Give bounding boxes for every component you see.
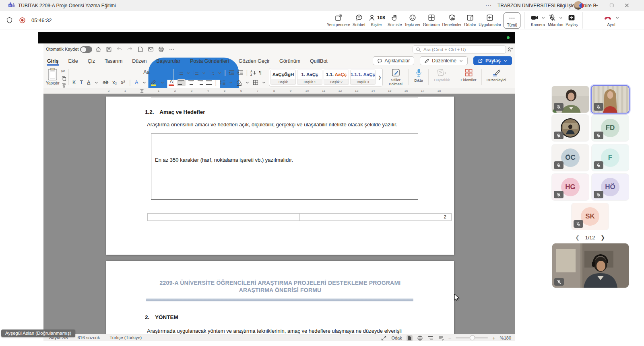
minimize-button[interactable] [588,0,604,11]
styles-pane-button[interactable]: Stiller Bölmesi [385,68,406,86]
indent-marker[interactable] [140,89,144,93]
editing-mode-button[interactable]: Düzenleme [420,56,468,65]
bullet-list-button[interactable] [177,70,184,76]
multilevel-list-button[interactable] [208,70,215,76]
ribbon-tab-quillbot[interactable]: QuillBot [310,57,328,66]
close-button[interactable] [619,0,634,11]
styles-gallery-more-button[interactable]: ❯ [377,68,382,86]
justify-button[interactable] [206,80,212,85]
outline-view-icon[interactable] [427,335,433,341]
ribbon-tab-görünüm[interactable]: Görünüm [279,57,301,66]
word-count[interactable]: 616 sözcük [77,335,100,340]
document-page-2[interactable]: 2209-A ÜNİVERSİTE ÖĞRENCİLERİ ARAŞTIRMA … [106,261,454,334]
participant-photo-tile[interactable] [552,115,589,141]
ribbon-tab-çiz[interactable]: Çiz [87,57,95,66]
answer-box[interactable]: En az 350 karakter (harf, noktalama işar… [151,134,418,200]
ribbon-tab-tasarım[interactable]: Tasarım [104,57,123,66]
style-card-başlık-2[interactable]: 1.1. AaÇçBaşlık 2 [324,70,349,85]
meeting-button-görünüm[interactable]: Görünüm [423,12,440,27]
zoom-level[interactable]: %180 [500,336,511,340]
meeting-button-tepki-ver[interactable]: Tepki ver [405,12,421,27]
editor-button[interactable]: Düzenleyici [484,68,509,82]
bold-button[interactable]: K [72,80,76,85]
comments-button[interactable]: Açıklamalar [373,56,415,65]
align-center-button[interactable] [188,80,194,85]
draft-view-icon[interactable] [438,335,444,341]
language-indicator[interactable]: Türkçe (Türkiye) [109,335,142,340]
focus-mode-icon[interactable] [381,335,387,341]
zoom-out-button[interactable]: − [448,335,452,341]
addins-button[interactable]: Eklentiler [457,68,480,82]
leave-button[interactable]: Ayrıl [603,12,619,27]
numbered-list-button[interactable]: 123 [193,70,199,76]
device-button-kamera[interactable]: Kamera [530,12,545,27]
decrease-indent-button[interactable] [228,70,235,76]
meeting-button-uygulamalar[interactable]: Uygulamalar [479,12,501,27]
meeting-button-yeni-pencere[interactable]: Yeni pencere [327,12,350,27]
device-button-mikrofon[interactable]: Mikrofon [548,12,563,27]
style-card-başlık-3[interactable]: 1.1.1. AaÇçBaşlık 3 [350,70,376,85]
device-button-paylaş[interactable]: Paylaş [566,12,578,27]
meeting-button-tümü[interactable]: Tümü [504,12,520,29]
increase-indent-button[interactable] [237,70,244,76]
ribbon-tab-giriş[interactable]: Giriş [47,57,59,66]
ribbon-tab-gözden-geçir[interactable]: Gözden Geçir [238,57,270,66]
maximize-button[interactable] [604,0,619,11]
align-right-button[interactable] [197,80,203,85]
participant-initials-tile-f[interactable]: F [592,144,629,171]
cut-icon[interactable]: ✂ [61,69,67,74]
format-painter-icon[interactable] [61,82,67,88]
sync-icon[interactable] [507,47,513,53]
shading-button[interactable] [236,79,242,86]
dictate-button[interactable]: Dikte [411,68,427,82]
ribbon-tab-başvurular[interactable]: Başvurular [156,57,181,66]
meeting-button-odalar[interactable]: Odalar [464,12,476,27]
italic-button[interactable]: T [80,80,83,85]
chevron-down-icon[interactable] [541,16,545,20]
chevron-down-icon[interactable] [94,80,99,85]
zoom-in-button[interactable]: + [492,335,495,341]
participant-initials-tile-sk[interactable]: SK [572,203,609,230]
ribbon-tab-düzen[interactable]: Düzen [132,57,147,66]
strikethrough-button[interactable]: ab [103,80,108,85]
participant-initials-tile-hg[interactable]: HG [552,174,589,200]
borders-button[interactable] [252,79,259,86]
copy-icon[interactable] [61,76,67,81]
share-button[interactable]: Paylaş [473,56,512,65]
print-layout-view-icon[interactable] [407,335,413,341]
document-page-1[interactable]: 1.2. Amaç ve Hedefler Araştırma önerisin… [106,97,454,255]
search-input[interactable]: Ara (Cmd + Ctrl + U) [413,45,506,54]
focus-mode-label[interactable]: Odak [391,336,402,340]
chevron-down-icon[interactable] [615,16,619,20]
paste-button[interactable]: Yapıştır [46,68,60,88]
participant-video-tile[interactable] [592,86,629,113]
spotlight-video-tile[interactable] [552,243,629,288]
sort-button[interactable]: AZ [250,70,256,76]
chevron-down-icon[interactable] [559,16,563,20]
line-spacing-button[interactable] [219,79,226,86]
underline-button[interactable]: A [87,80,90,85]
participant-initials-tile-öc[interactable]: ÖC [552,144,589,171]
next-page-chevron-icon[interactable]: ❯ [601,235,605,241]
meeting-button-denetimler[interactable]: Denetimler [442,12,462,27]
highlight-color-button[interactable] [151,80,156,86]
ribbon-tab-posta-gönderileri[interactable]: Posta Gönderileri [190,57,229,66]
superscript-button[interactable]: x² [121,80,125,85]
participant-video-tile[interactable] [552,86,589,113]
document-canvas[interactable]: 1.2. Amaç ve Hedefler Araştırma önerisin… [43,94,515,334]
ruler[interactable]: 21123456789101112131415161718 [43,88,515,94]
style-card-başlık-1[interactable]: 1. AaÇçBaşlık 1 [297,70,322,85]
participant-initials-tile-hö[interactable]: HÖ [592,174,629,200]
align-left-button[interactable] [177,79,186,86]
show-marks-button[interactable]: ¶ [259,70,262,76]
text-effects-button[interactable]: A [135,80,138,85]
style-card-başlık[interactable]: AaÇçĞğHBaşlık [270,70,296,85]
titlebar-more-button[interactable]: ··· [485,2,492,8]
zoom-slider[interactable] [456,338,488,338]
participant-initials-tile-fd[interactable]: FD [592,115,629,141]
previous-page-chevron-icon[interactable]: ❮ [575,235,580,241]
meeting-button-sohbet[interactable]: Sohbet [353,12,365,27]
subscript-button[interactable]: x₂ [112,80,117,85]
zoom-slider-thumb[interactable] [470,335,475,340]
ribbon-tab-ekle[interactable]: Ekle [68,57,78,66]
